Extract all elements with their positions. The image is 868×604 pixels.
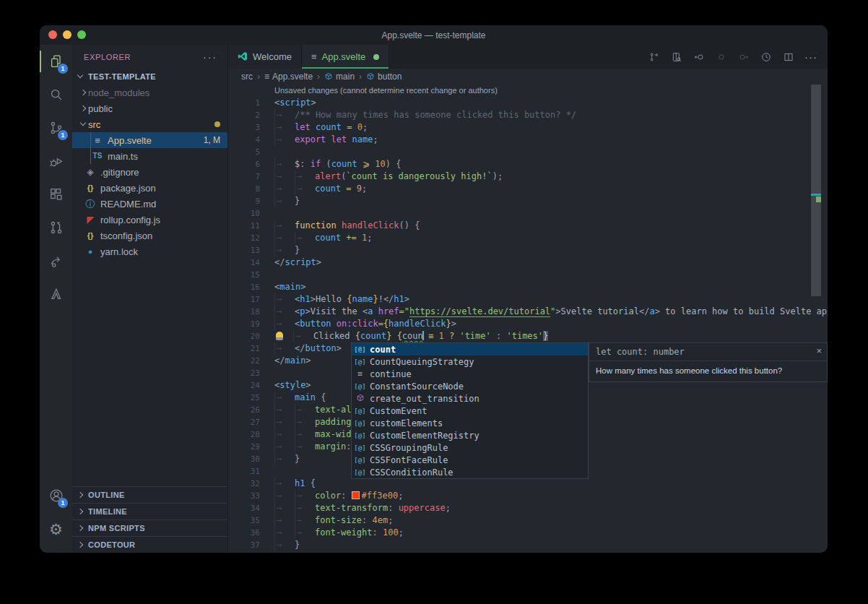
suggest-item-create_out_transition[interactable]: create_out_transition (352, 392, 588, 405)
tree-item-public[interactable]: public (72, 100, 227, 116)
panel-npm-scripts[interactable]: NPM SCRIPTS (72, 519, 227, 536)
minimize-window-button[interactable] (63, 30, 71, 39)
code-line-34[interactable]: 34→→text-transform: uppercase; (228, 502, 828, 514)
code-line-14[interactable]: 14</script> (228, 256, 828, 269)
suggest-item-count[interactable]: [@]count (352, 343, 588, 355)
close-window-button[interactable] (48, 30, 57, 39)
activitybar-search-button[interactable] (40, 78, 72, 111)
code-line-8[interactable]: 8→→count = 9; (228, 183, 828, 195)
breadcrumb: src›≡App.svelte›main›button (228, 69, 828, 85)
suggest-item-cssgroupingrule[interactable]: [@]CSSGroupingRule (352, 441, 588, 454)
code-line-20[interactable]: 20→Clicked {count} {coun ≡ 1 ? 'time' : … (228, 330, 828, 342)
tree-item-main-ts[interactable]: TSmain.ts (72, 148, 227, 164)
code-line-33[interactable]: 33→→color: #ff3e00; (228, 490, 828, 502)
code-line-6[interactable]: 6→$: if (count ⩾ 10) { (228, 158, 828, 171)
line-number: 31 (228, 465, 274, 478)
source-control-compare-icon[interactable] (648, 51, 661, 64)
panel-timeline[interactable]: TIMELINE (72, 503, 227, 519)
code-line-19[interactable]: 19→<button on:click={handleClick}> (228, 318, 828, 330)
panel-codetour[interactable]: CODETOUR (72, 536, 227, 553)
tree-item-tsconfig-json[interactable]: {}tsconfig.json (72, 228, 227, 243)
suggest-item-cssconditionrule[interactable]: [@]CSSConditionRule (352, 466, 588, 478)
code-line-7[interactable]: 7→→alert(`count is dangerously high!`); (228, 171, 828, 183)
tab-app-svelte[interactable]: ≡App.svelte (302, 45, 389, 69)
code-line-36[interactable]: 36→→font-weight: 100; (228, 527, 828, 539)
activitybar-azure-button[interactable] (40, 277, 72, 311)
suggest-item-continue[interactable]: ≡continue (352, 368, 588, 380)
timeline-icon[interactable] (760, 51, 773, 64)
code-line-35[interactable]: 35→→font-size: 4em; (228, 514, 828, 527)
code-line-3[interactable]: 3→let count = 0; (228, 121, 828, 134)
file-icon-info: ⓘ (84, 199, 97, 209)
suggest-item-customevent[interactable]: [@]CustomEvent (352, 405, 588, 417)
suggest-item-constantsourcenode[interactable]: [@]ConstantSourceNode (352, 380, 588, 392)
code-line-11[interactable]: 11→function handleClick() { (228, 220, 828, 232)
code-line-37[interactable]: 37→} (228, 539, 828, 551)
suggest-item-label: count (370, 345, 396, 355)
suggest-item-customelementregistry[interactable]: [@]CustomElementRegistry (352, 429, 588, 441)
activitybar-live-share-button[interactable] (40, 244, 72, 277)
code-line-13[interactable]: 13→} (228, 244, 828, 256)
suggest-item-customelements[interactable]: [@]customElements (352, 417, 588, 429)
dirty-indicator[interactable] (373, 54, 379, 60)
tree-item--gitignore[interactable]: ◈.gitignore (72, 164, 227, 180)
activitybar-explorer-button[interactable]: 1 (40, 45, 72, 78)
tab-welcome[interactable]: Welcome (228, 45, 302, 69)
code-line-1[interactable]: 1<script> (228, 97, 828, 109)
codelens-unsaved-changes[interactable]: Unsaved changes (cannot determine recent… (228, 85, 828, 97)
activitybar-settings-button[interactable]: ⚙ (40, 512, 72, 545)
tree-item-rollup-config-js[interactable]: ◤rollup.config.js (72, 212, 227, 228)
code-line-32[interactable]: 32→h1 { (228, 478, 828, 490)
line-content: →<h1>Hello {name}!</h1> (274, 293, 409, 306)
line-number: 33 (228, 490, 274, 502)
more-actions-icon[interactable]: ··· (804, 51, 817, 64)
line-content: →} (274, 244, 300, 256)
code-editor[interactable]: Unsaved changes (cannot determine recent… (228, 85, 828, 553)
lightbulb-quickfix-icon[interactable] (274, 330, 293, 342)
breadcrumb-app-svelte[interactable]: ≡App.svelte (264, 72, 313, 82)
line-number: 4 (228, 134, 274, 146)
breadcrumb-main[interactable]: main (324, 72, 355, 82)
current-change-icon[interactable] (715, 51, 728, 64)
tree-item-src[interactable]: src (72, 116, 227, 132)
close-icon[interactable]: × (816, 346, 822, 355)
panel-label: NPM SCRIPTS (88, 524, 145, 532)
tree-item-package-json[interactable]: {}package.json (72, 180, 227, 196)
suggest-item-cssfontfacerule[interactable]: [@]CSSFontFaceRule (352, 454, 588, 466)
activitybar-github-pull-requests-button[interactable] (40, 211, 72, 244)
code-line-18[interactable]: 18→<p>Visit the <a href="https://svelte.… (228, 306, 828, 318)
color-swatch[interactable] (352, 491, 360, 499)
activitybar-accounts-button[interactable]: 1 (40, 479, 72, 512)
code-line-5[interactable]: 5 (228, 146, 828, 158)
tree-item-readme-md[interactable]: ⓘREADME.md (72, 196, 227, 212)
next-change-icon[interactable] (737, 51, 750, 64)
tree-item-yarn-lock[interactable]: ●yarn.lock (72, 243, 227, 259)
code-line-15[interactable]: 15 (228, 269, 828, 281)
editor-scrollbar[interactable] (811, 85, 821, 296)
project-root-row[interactable]: TEST-TEMPLATE (72, 69, 227, 85)
open-changes-icon[interactable] (670, 51, 683, 64)
line-number: 7 (228, 171, 274, 183)
panel-outline[interactable]: OUTLINE (72, 486, 227, 503)
activitybar-run-and-debug-button[interactable] (40, 144, 72, 178)
code-line-9[interactable]: 9→} (228, 195, 828, 207)
zoom-window-button[interactable] (77, 30, 86, 39)
previous-change-icon[interactable] (693, 51, 706, 64)
tree-item-app-svelte[interactable]: ≡App.svelte1, M (72, 132, 227, 148)
code-line-10[interactable]: 10 (228, 207, 828, 220)
code-line-4[interactable]: 4→export let name; (228, 134, 828, 146)
code-line-16[interactable]: 16<main> (228, 281, 828, 293)
breadcrumb-button[interactable]: button (366, 72, 402, 82)
line-number: 17 (228, 293, 274, 306)
breadcrumb-src[interactable]: src (241, 72, 253, 82)
activitybar-extensions-button[interactable] (40, 178, 72, 211)
activitybar-source-control-button[interactable]: 1 (40, 111, 72, 144)
tree-item-node-modules[interactable]: node_modules (72, 85, 227, 100)
explorer-more-actions-icon[interactable]: ··· (203, 51, 217, 63)
line-number: 35 (228, 514, 274, 527)
suggest-item-countqueuingstrategy[interactable]: [@]CountQueuingStrategy (352, 355, 588, 368)
code-line-2[interactable]: 2→/** How many times has someone clicked… (228, 109, 828, 121)
code-line-12[interactable]: 12→→count += 1; (228, 232, 828, 244)
split-editor-icon[interactable] (782, 51, 795, 64)
code-line-17[interactable]: 17→<h1>Hello {name}!</h1> (228, 293, 828, 306)
